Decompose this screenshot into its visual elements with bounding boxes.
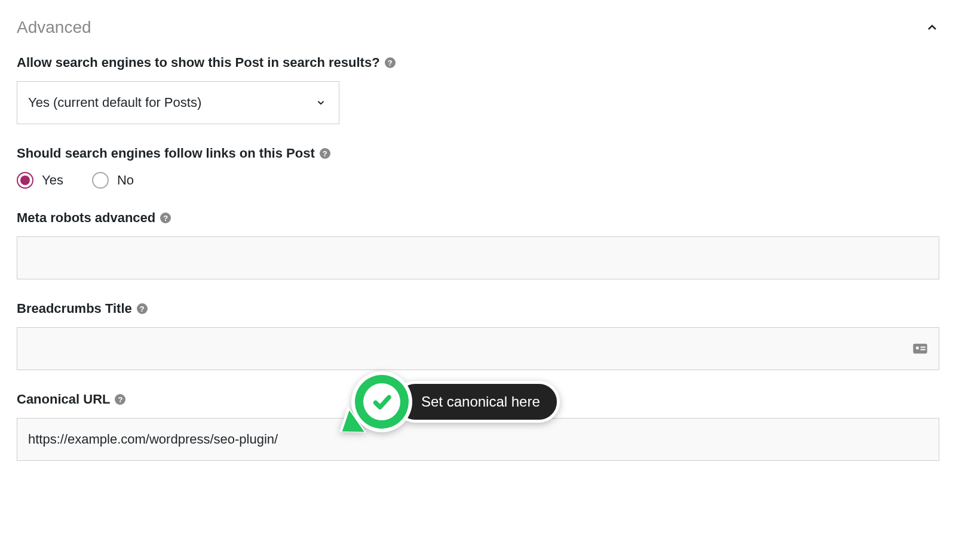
meta-robots-label: Meta robots advanced ? — [17, 210, 171, 226]
help-icon[interactable]: ? — [320, 148, 330, 159]
allow-search-field: Allow search engines to show this Post i… — [17, 55, 939, 124]
help-icon[interactable]: ? — [115, 394, 125, 405]
allow-search-label-text: Allow search engines to show this Post i… — [17, 55, 380, 70]
radio-yes[interactable]: Yes — [17, 172, 63, 189]
breadcrumbs-field: Breadcrumbs Title ? — [17, 301, 939, 370]
allow-search-label: Allow search engines to show this Post i… — [17, 55, 396, 70]
callout-text: Set canonical here — [394, 381, 560, 423]
follow-links-label-text: Should search engines follow links on th… — [17, 146, 315, 161]
panel-title: Advanced — [17, 18, 91, 37]
canonical-label-text: Canonical URL — [17, 392, 110, 407]
breadcrumbs-input[interactable] — [17, 327, 939, 370]
breadcrumbs-input-wrapper — [17, 327, 939, 370]
radio-no[interactable]: No — [92, 172, 134, 189]
breadcrumbs-label: Breadcrumbs Title ? — [17, 301, 148, 316]
help-icon[interactable]: ? — [385, 57, 396, 68]
chevron-up-icon[interactable] — [925, 20, 939, 35]
callout-circle — [351, 371, 412, 432]
breadcrumbs-label-text: Breadcrumbs Title — [17, 301, 132, 316]
callout-badge: Set canonical here — [351, 371, 560, 432]
allow-search-select[interactable]: Yes (current default for Posts) — [17, 81, 339, 124]
radio-yes-label: Yes — [42, 173, 63, 188]
allow-search-select-wrapper: Yes (current default for Posts) — [17, 81, 339, 124]
meta-robots-input[interactable] — [17, 236, 939, 279]
help-icon[interactable]: ? — [137, 303, 148, 314]
radio-no-circle — [92, 172, 109, 189]
help-icon[interactable]: ? — [160, 213, 171, 223]
radio-yes-circle — [17, 172, 33, 189]
check-icon — [371, 391, 393, 413]
meta-robots-field: Meta robots advanced ? — [17, 210, 939, 279]
follow-links-label: Should search engines follow links on th… — [17, 146, 330, 161]
follow-links-field: Should search engines follow links on th… — [17, 146, 939, 189]
allow-search-select-value: Yes (current default for Posts) — [28, 95, 201, 110]
panel-header: Advanced — [17, 18, 939, 37]
follow-links-radio-group: Yes No — [17, 172, 939, 189]
canonical-field: Canonical URL ? Set canonical here — [17, 392, 939, 461]
canonical-label: Canonical URL ? — [17, 392, 125, 407]
radio-no-label: No — [117, 173, 134, 188]
meta-robots-label-text: Meta robots advanced — [17, 210, 155, 226]
canonical-input-section: Set canonical here — [17, 418, 939, 461]
